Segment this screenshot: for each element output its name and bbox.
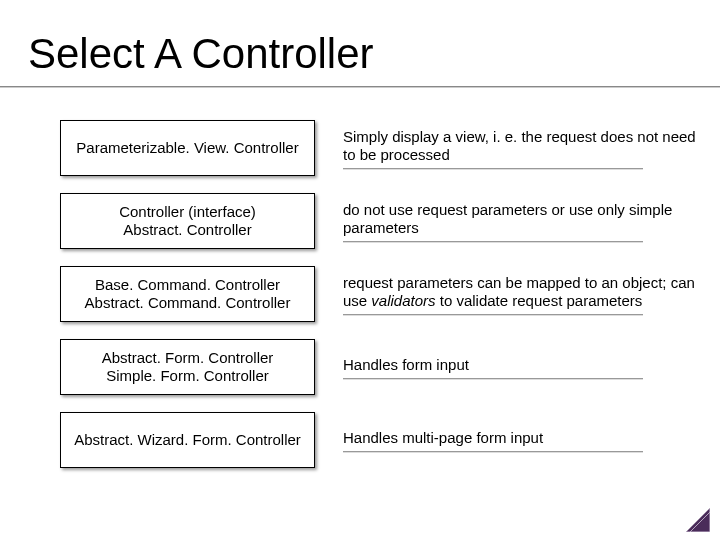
controller-desc-wrap: request parameters can be mapped to an o… [343, 274, 700, 315]
controller-desc: Simply display a view, i. e. the request… [343, 128, 700, 164]
controller-box-line: Abstract. Wizard. Form. Controller [74, 431, 301, 449]
controller-desc-wrap: Handles multi-page form input [343, 429, 700, 452]
controller-box-line: Base. Command. Controller [95, 276, 280, 294]
desc-underline [343, 241, 643, 242]
controller-desc-wrap: Simply display a view, i. e. the request… [343, 128, 700, 169]
controller-desc: request parameters can be mapped to an o… [343, 274, 700, 310]
controller-desc-wrap: Handles form input [343, 356, 700, 379]
controller-box-line: Controller (interface) [119, 203, 256, 221]
controller-row: Parameterizable. View. Controller Simply… [0, 120, 720, 176]
controller-box: Abstract. Form. Controller Simple. Form.… [60, 339, 315, 395]
controller-box: Abstract. Wizard. Form. Controller [60, 412, 315, 468]
controller-box: Controller (interface) Abstract. Control… [60, 193, 315, 249]
controller-row: Controller (interface) Abstract. Control… [0, 193, 720, 249]
controller-box-line: Parameterizable. View. Controller [76, 139, 298, 157]
desc-underline [343, 378, 643, 379]
page-corner-icon [686, 508, 710, 532]
controller-desc: do not use request parameters or use onl… [343, 201, 700, 237]
controller-box-line: Abstract. Form. Controller [102, 349, 274, 367]
controller-desc: Handles form input [343, 356, 700, 374]
slide-title: Select A Controller [28, 30, 374, 78]
controller-row: Abstract. Wizard. Form. Controller Handl… [0, 412, 720, 468]
title-underline [0, 86, 720, 87]
controller-box-line: Simple. Form. Controller [106, 367, 269, 385]
controller-row: Abstract. Form. Controller Simple. Form.… [0, 339, 720, 395]
desc-underline [343, 451, 643, 452]
controller-desc: Handles multi-page form input [343, 429, 700, 447]
controller-rows: Parameterizable. View. Controller Simply… [0, 120, 720, 485]
controller-box-line: Abstract. Controller [123, 221, 251, 239]
controller-box-line: Abstract. Command. Controller [85, 294, 291, 312]
desc-underline [343, 314, 643, 315]
controller-box: Base. Command. Controller Abstract. Comm… [60, 266, 315, 322]
controller-box: Parameterizable. View. Controller [60, 120, 315, 176]
controller-desc-wrap: do not use request parameters or use onl… [343, 201, 700, 242]
desc-underline [343, 168, 643, 169]
controller-row: Base. Command. Controller Abstract. Comm… [0, 266, 720, 322]
